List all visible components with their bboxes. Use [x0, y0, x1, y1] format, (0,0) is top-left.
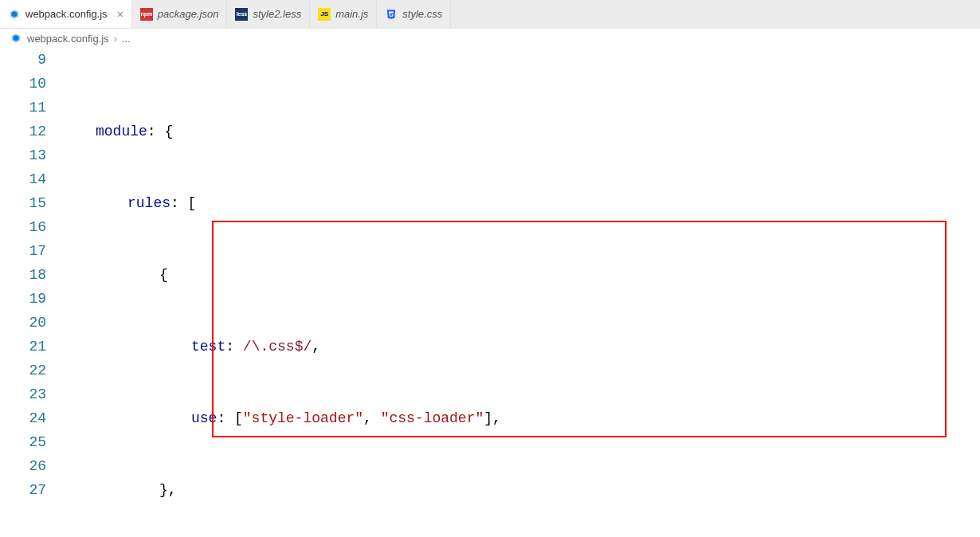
code-content[interactable]: module: { rules: [ { test: /\.css$/, use… [64, 48, 980, 537]
tab-label: style.css [402, 8, 442, 20]
code-line: rules: [ [64, 191, 980, 215]
npm-icon: npm [140, 8, 153, 21]
less-icon: less [235, 8, 248, 21]
code-line: test: /\.css$/, [64, 335, 980, 359]
tab-label: style2.less [253, 8, 301, 20]
breadcrumb[interactable]: webpack.config.js › ... [0, 29, 980, 48]
tab-label: webpack.config.js [25, 8, 108, 20]
line-number: 9 [0, 48, 46, 72]
webpack-icon [10, 32, 22, 45]
line-number: 27 [0, 478, 46, 502]
line-number: 16 [0, 215, 46, 239]
line-number: 11 [0, 96, 46, 120]
line-number: 14 [0, 167, 46, 191]
line-number: 18 [0, 263, 46, 287]
line-number: 24 [0, 406, 46, 430]
css-icon [385, 8, 398, 21]
js-icon: JS [318, 8, 331, 21]
tab-label: package.json [158, 8, 219, 20]
line-number: 17 [0, 239, 46, 263]
tab-main-js[interactable]: JS main.js [310, 0, 377, 28]
line-number: 13 [0, 143, 46, 167]
line-number: 21 [0, 335, 46, 359]
editor-area[interactable]: 9101112131415161718192021222324252627 mo… [0, 48, 980, 537]
code-line: module: { [64, 120, 980, 143]
line-number: 25 [0, 430, 46, 454]
line-gutter: 9101112131415161718192021222324252627 [0, 48, 64, 537]
line-number: 19 [0, 287, 46, 311]
code-line: }, [64, 478, 980, 502]
code-line: use: ["style-loader", "css-loader"], [64, 406, 980, 430]
close-icon[interactable]: × [117, 8, 123, 21]
tab-style2-less[interactable]: less style2.less [227, 0, 310, 28]
breadcrumb-more: ... [122, 33, 131, 45]
tab-style-css[interactable]: style.css [377, 0, 451, 28]
line-number: 22 [0, 359, 46, 382]
line-number: 23 [0, 382, 46, 406]
line-number: 26 [0, 454, 46, 478]
line-number: 15 [0, 191, 46, 215]
breadcrumb-file: webpack.config.js [27, 33, 109, 45]
breadcrumb-separator: › [114, 33, 117, 45]
tabs-bar: webpack.config.js × npm package.json les… [0, 0, 980, 29]
tab-package-json[interactable]: npm package.json [132, 0, 228, 28]
webpack-icon [8, 8, 21, 21]
tab-webpack-config[interactable]: webpack.config.js × [0, 0, 132, 28]
tab-label: main.js [335, 8, 368, 20]
line-number: 20 [0, 311, 46, 335]
code-line: { [64, 263, 980, 287]
line-number: 10 [0, 72, 46, 96]
line-number: 12 [0, 120, 46, 143]
annotation-highlight [212, 221, 947, 437]
